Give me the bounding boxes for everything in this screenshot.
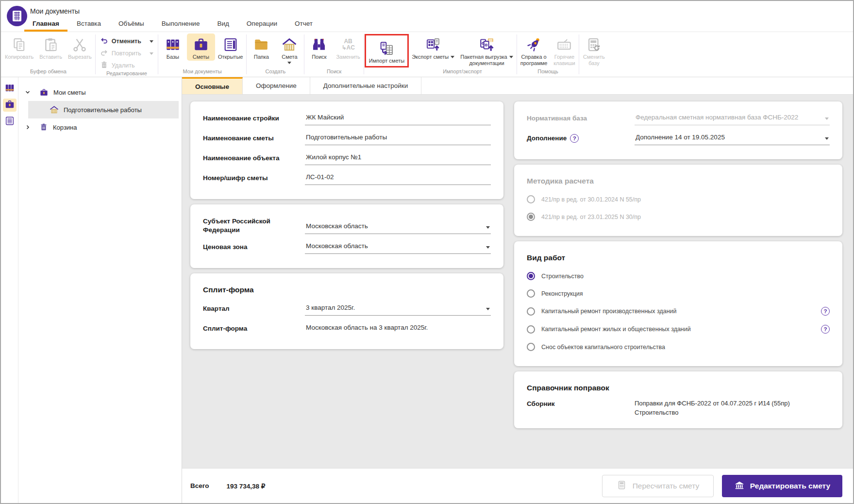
toolbar-separator — [158, 34, 158, 74]
batch-dropdown-icon[interactable] — [509, 56, 513, 58]
ribbon-tab-operations[interactable]: Операции — [238, 17, 285, 32]
tab-formatting[interactable]: Оформление — [243, 77, 310, 94]
radio-checked-icon[interactable] — [527, 213, 535, 221]
ribbon-tab-execution[interactable]: Выполнение — [153, 17, 208, 32]
tree-item-my-estimates[interactable]: Мои сметы — [18, 84, 182, 101]
ribbon-tab-report[interactable]: Отчет — [286, 17, 321, 32]
worktype-option-construction[interactable]: Строительство — [527, 272, 830, 280]
supplement-label: Дополнение? — [527, 134, 630, 145]
sidebar: Мои сметы Подготовительные работы Корзин… — [1, 77, 182, 503]
radio-unchecked-icon[interactable] — [527, 325, 535, 334]
normative-base-select[interactable]: Федеральная сметная нормативная база ФСН… — [635, 114, 830, 125]
collection-label: Сборник — [527, 399, 630, 418]
undo-dropdown-icon[interactable] — [150, 40, 153, 43]
radio-unchecked-icon[interactable] — [527, 307, 535, 316]
hotkeys-button[interactable]: Горячие клавиши — [550, 34, 578, 67]
recalculate-button[interactable]: Пересчитать смету — [602, 475, 714, 497]
paste-button[interactable]: Вставить — [36, 34, 65, 61]
toolbar-separator — [304, 34, 304, 74]
split-form-title: Сплит-форма — [203, 286, 491, 294]
construction-name-input[interactable]: ЖК Майский — [305, 114, 491, 125]
estimates-button[interactable]: Сметы — [187, 34, 215, 61]
region-label: Субъект Российской Федерации — [203, 217, 300, 234]
tree-item-trash[interactable]: Корзина — [18, 119, 182, 135]
strip-documents-button[interactable] — [3, 115, 17, 128]
ribbon-tab-main[interactable]: Главная — [24, 17, 67, 32]
tab-general[interactable]: Основные — [182, 77, 243, 94]
radio-unchecked-icon[interactable] — [527, 343, 535, 351]
group-clipboard: Копировать Вставить Вырезать Буфер обмен… — [2, 32, 95, 77]
worktype-option-industrial-repair[interactable]: Капитальный ремонт производственных здан… — [527, 307, 830, 316]
replace-button[interactable]: AB↳AC Заменить — [333, 34, 363, 61]
redo-dropdown-icon[interactable] — [150, 52, 153, 55]
quarter-dropdown-icon[interactable] — [486, 308, 490, 310]
help-about-button[interactable]: Справка о программе — [518, 34, 551, 67]
group-search: Поиск AB↳AC Заменить Поиск — [305, 32, 363, 77]
tab-additional-settings[interactable]: Дополнительные настройки — [310, 77, 422, 94]
supplement-select[interactable]: Дополнение 14 от 19.05.2025 — [635, 134, 830, 145]
bases-button[interactable]: Базы — [159, 34, 187, 61]
create-estimate-button[interactable]: Смета — [275, 34, 303, 65]
delete-button[interactable]: Удалить — [100, 61, 153, 70]
worktype-option-demolition[interactable]: Снос объектов капитального строительства — [527, 343, 830, 351]
strip-bases-button[interactable] — [3, 82, 17, 95]
region-dropdown-icon[interactable] — [486, 226, 490, 229]
residential-repair-help-icon[interactable]: ? — [821, 325, 830, 334]
price-zone-select[interactable]: Московская область — [305, 242, 491, 254]
create-estimate-dropdown-icon[interactable] — [287, 62, 291, 64]
change-base-button[interactable]: Сменить базу — [580, 34, 608, 67]
method-option-1[interactable]: 421/пр в ред. от 30.01.2024 N 55/пр — [527, 195, 830, 203]
object-name-input[interactable]: Жилой корпус №1 — [305, 153, 491, 165]
supplement-dropdown-icon[interactable] — [825, 137, 829, 140]
opened-button[interactable]: Открытые — [215, 34, 246, 61]
search-button[interactable]: Поиск — [305, 34, 333, 61]
rocket-icon — [526, 35, 542, 54]
card-general-info: Наименование стройки ЖК Майский Наименов… — [190, 101, 503, 199]
split-form-value: Московская область на 3 квартал 2025г. — [305, 324, 491, 335]
method-option-2[interactable]: 421/пр в ред. от 23.01.2025 N 30/пр — [527, 213, 830, 221]
chevron-right-icon[interactable] — [25, 124, 32, 130]
ribbon-tab-view[interactable]: Вид — [209, 17, 237, 32]
radio-checked-icon[interactable] — [527, 272, 535, 280]
export-estimate-button[interactable]: Экспорт сметы — [409, 34, 457, 61]
cut-button[interactable]: Вырезать — [65, 34, 95, 61]
card-normative-base: Нормативная база Федеральная сметная нор… — [514, 101, 842, 159]
quarter-select[interactable]: 3 квартал 2025г. — [305, 304, 491, 316]
group-label-help: Помощь — [518, 68, 579, 77]
open-documents-icon — [222, 35, 239, 54]
ribbon-tab-volumes[interactable]: Объёмы — [110, 17, 152, 32]
supplement-help-icon[interactable]: ? — [570, 134, 579, 143]
sidebar-icon-strip — [1, 77, 18, 503]
radio-unchecked-icon[interactable] — [527, 289, 535, 298]
worktype-option-residential-repair[interactable]: Капитальный ремонт жилых и общественных … — [527, 325, 830, 334]
redo-button[interactable]: Повторить — [100, 49, 153, 58]
estimate-name-input[interactable]: Подготовительные работы — [305, 134, 491, 145]
card-work-type: Вид работ Строительство Реконструкция Ка… — [514, 241, 842, 366]
create-folder-button[interactable]: Папка — [247, 34, 275, 61]
strip-estimates-button[interactable] — [3, 99, 17, 112]
industrial-repair-help-icon[interactable]: ? — [821, 307, 830, 316]
worktype-option-reconstruction[interactable]: Реконструкция — [527, 289, 830, 298]
calculator-refresh-icon — [586, 35, 602, 54]
folder-icon — [253, 35, 269, 54]
chevron-down-icon[interactable] — [25, 89, 32, 95]
tree-item-preparatory-works[interactable]: Подготовительные работы — [28, 101, 179, 118]
batch-export-button[interactable]: Пакетная выгрузка документации — [457, 34, 516, 67]
import-estimate-button[interactable]: Импорт сметы — [366, 35, 407, 66]
region-select[interactable]: Московская область — [305, 217, 491, 234]
estimate-name-label: Наименование сметы — [203, 134, 300, 145]
radio-unchecked-icon[interactable] — [527, 195, 535, 203]
normative-base-label: Нормативная база — [527, 114, 630, 125]
price-zone-dropdown-icon[interactable] — [486, 246, 490, 249]
export-dropdown-icon[interactable] — [451, 56, 454, 58]
edit-estimate-button[interactable]: Редактировать смету — [722, 475, 842, 497]
copy-button[interactable]: Копировать — [2, 34, 36, 61]
ribbon-tab-insert[interactable]: Вставка — [68, 17, 109, 32]
estimate-number-input[interactable]: ЛС-01-02 — [305, 173, 491, 185]
card-region: Субъект Российской Федерации Московская … — [190, 204, 503, 268]
copy-icon — [11, 35, 28, 54]
group-label-clipboard: Буфер обмена — [2, 68, 95, 77]
card-split-form: Сплит-форма Квартал 3 квартал 2025г. Спл… — [190, 273, 503, 349]
toolbar: Копировать Вставить Вырезать Буфер обмен… — [1, 32, 853, 77]
undo-button[interactable]: Отменить — [100, 36, 153, 46]
